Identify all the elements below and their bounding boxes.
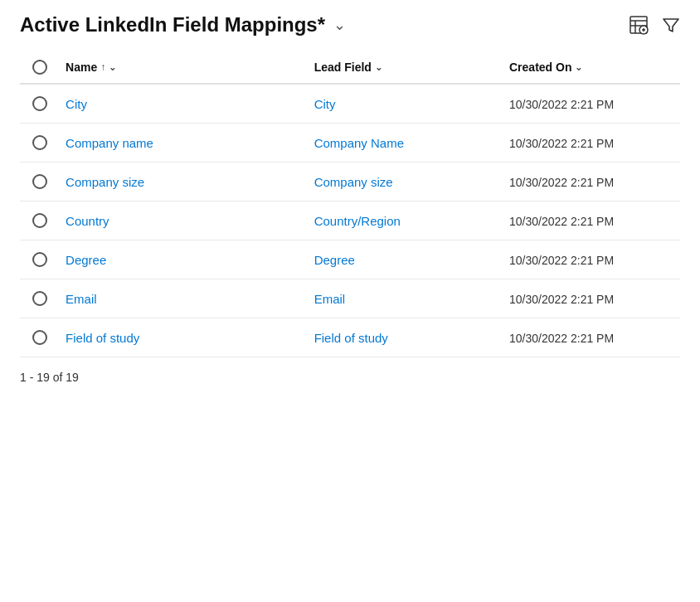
filter-icon[interactable] bbox=[662, 16, 680, 34]
row-checkbox-cell bbox=[20, 279, 59, 318]
row-lead-field[interactable]: Email bbox=[308, 279, 503, 318]
row-name-link[interactable]: City bbox=[66, 97, 87, 111]
row-created-on-value: 10/30/2022 2:21 PM bbox=[509, 254, 614, 267]
table-row: DegreeDegree10/30/2022 2:21 PM bbox=[20, 240, 680, 279]
column-header-name: Name ↑ ⌄ bbox=[59, 51, 308, 84]
row-lead-field-link[interactable]: Country/Region bbox=[314, 214, 401, 228]
row-checkbox-cell bbox=[20, 84, 59, 124]
row-name[interactable]: Degree bbox=[59, 240, 308, 279]
row-created-on-value: 10/30/2022 2:21 PM bbox=[509, 137, 614, 150]
pagination-label: 1 - 19 of 19 bbox=[20, 371, 79, 384]
row-created-on: 10/30/2022 2:21 PM bbox=[503, 124, 680, 163]
header-icons bbox=[629, 15, 680, 35]
row-name-link[interactable]: Field of study bbox=[66, 331, 139, 345]
page-title: Active LinkedIn Field Mappings* bbox=[20, 13, 325, 36]
lead-field-column-chevron-icon[interactable]: ⌄ bbox=[375, 62, 382, 73]
row-checkbox-cell bbox=[20, 201, 59, 240]
title-chevron-icon[interactable]: ⌄ bbox=[333, 16, 346, 34]
header-left: Active LinkedIn Field Mappings* ⌄ bbox=[20, 13, 346, 36]
row-checkbox[interactable] bbox=[32, 174, 47, 189]
row-name-link[interactable]: Company name bbox=[66, 136, 153, 150]
column-header-checkbox bbox=[20, 51, 59, 84]
row-lead-field-link[interactable]: City bbox=[314, 97, 336, 111]
row-lead-field[interactable]: Field of study bbox=[308, 318, 503, 357]
row-created-on: 10/30/2022 2:21 PM bbox=[503, 163, 680, 201]
table-settings-icon[interactable] bbox=[629, 15, 649, 35]
row-lead-field[interactable]: Company size bbox=[308, 163, 503, 201]
row-checkbox[interactable] bbox=[32, 291, 47, 306]
column-header-created-on: Created On ⌄ bbox=[503, 51, 680, 84]
page-container: Active LinkedIn Field Mappings* ⌄ bbox=[0, 0, 700, 397]
table-row: EmailEmail10/30/2022 2:21 PM bbox=[20, 279, 680, 318]
column-header-lead-field: Lead Field ⌄ bbox=[308, 51, 503, 84]
column-name-label[interactable]: Name bbox=[66, 61, 97, 74]
row-checkbox[interactable] bbox=[32, 330, 47, 345]
row-name[interactable]: Email bbox=[59, 279, 308, 318]
row-name-link[interactable]: Degree bbox=[66, 253, 106, 267]
table-footer: 1 - 19 of 19 bbox=[20, 371, 680, 384]
row-name-link[interactable]: Country bbox=[66, 214, 109, 228]
row-checkbox-cell bbox=[20, 124, 59, 163]
row-checkbox[interactable] bbox=[32, 252, 47, 267]
page-header: Active LinkedIn Field Mappings* ⌄ bbox=[20, 13, 680, 36]
table-row: CityCity10/30/2022 2:21 PM bbox=[20, 84, 680, 124]
row-created-on: 10/30/2022 2:21 PM bbox=[503, 318, 680, 357]
row-lead-field-link[interactable]: Field of study bbox=[314, 331, 388, 345]
row-lead-field-link[interactable]: Email bbox=[314, 292, 346, 306]
table-row: CountryCountry/Region10/30/2022 2:21 PM bbox=[20, 201, 680, 240]
row-name[interactable]: Field of study bbox=[59, 318, 308, 357]
row-checkbox[interactable] bbox=[32, 96, 47, 111]
row-name[interactable]: Company name bbox=[59, 124, 308, 163]
row-name[interactable]: City bbox=[59, 84, 308, 124]
row-checkbox-cell bbox=[20, 163, 59, 201]
row-lead-field-link[interactable]: Company size bbox=[314, 175, 393, 189]
row-name[interactable]: Country bbox=[59, 201, 308, 240]
row-lead-field[interactable]: Degree bbox=[308, 240, 503, 279]
sort-asc-icon[interactable]: ↑ bbox=[100, 61, 105, 73]
table-row: Company nameCompany Name10/30/2022 2:21 … bbox=[20, 124, 680, 163]
row-name-link[interactable]: Company size bbox=[66, 175, 144, 189]
row-created-on-value: 10/30/2022 2:21 PM bbox=[509, 215, 614, 228]
row-name[interactable]: Company size bbox=[59, 163, 308, 201]
row-lead-field[interactable]: Company Name bbox=[308, 124, 503, 163]
select-all-checkbox[interactable] bbox=[32, 60, 47, 75]
row-created-on: 10/30/2022 2:21 PM bbox=[503, 240, 680, 279]
row-created-on-value: 10/30/2022 2:21 PM bbox=[509, 176, 614, 189]
row-lead-field-link[interactable]: Degree bbox=[314, 253, 355, 267]
row-created-on: 10/30/2022 2:21 PM bbox=[503, 84, 680, 124]
row-created-on-value: 10/30/2022 2:21 PM bbox=[509, 293, 614, 306]
row-checkbox-cell bbox=[20, 318, 59, 357]
row-created-on-value: 10/30/2022 2:21 PM bbox=[509, 98, 614, 111]
row-created-on: 10/30/2022 2:21 PM bbox=[503, 279, 680, 318]
column-lead-field-label[interactable]: Lead Field bbox=[314, 61, 372, 74]
name-column-chevron-icon[interactable]: ⌄ bbox=[109, 62, 116, 73]
row-name-link[interactable]: Email bbox=[66, 292, 97, 306]
data-table: Name ↑ ⌄ Lead Field ⌄ Created On bbox=[20, 51, 680, 357]
row-lead-field-link[interactable]: Company Name bbox=[314, 136, 404, 150]
row-created-on-value: 10/30/2022 2:21 PM bbox=[509, 332, 614, 345]
created-on-column-chevron-icon[interactable]: ⌄ bbox=[575, 62, 582, 73]
table-row: Field of studyField of study10/30/2022 2… bbox=[20, 318, 680, 357]
row-lead-field[interactable]: Country/Region bbox=[308, 201, 503, 240]
column-created-on-label[interactable]: Created On bbox=[509, 61, 571, 74]
table-row: Company sizeCompany size10/30/2022 2:21 … bbox=[20, 163, 680, 201]
row-checkbox[interactable] bbox=[32, 135, 47, 150]
row-checkbox[interactable] bbox=[32, 213, 47, 228]
row-lead-field[interactable]: City bbox=[308, 84, 503, 124]
row-created-on: 10/30/2022 2:21 PM bbox=[503, 201, 680, 240]
row-checkbox-cell bbox=[20, 240, 59, 279]
